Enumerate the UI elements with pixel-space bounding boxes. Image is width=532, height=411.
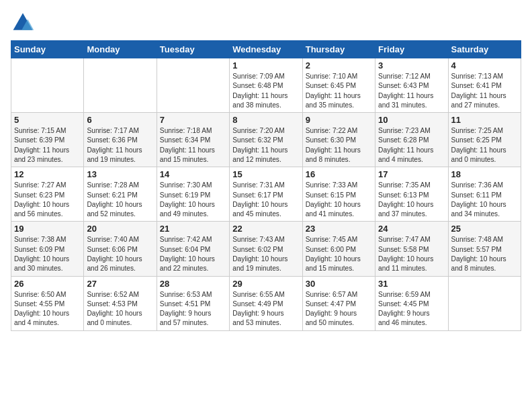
day-number: 24	[378, 224, 445, 234]
day-info: Sunrise: 7:38 AM Sunset: 6:09 PM Dayligh…	[14, 235, 81, 273]
day-info: Sunrise: 7:33 AM Sunset: 6:15 PM Dayligh…	[306, 181, 372, 219]
day-info: Sunrise: 7:09 AM Sunset: 6:48 PM Dayligh…	[232, 72, 299, 110]
day-info: Sunrise: 7:25 AM Sunset: 6:25 PM Dayligh…	[451, 126, 518, 165]
day-number: 10	[378, 115, 445, 125]
day-number: 16	[306, 169, 372, 179]
page-header	[11, 11, 521, 35]
logo-icon	[11, 11, 35, 35]
day-number: 6	[87, 115, 153, 125]
day-number: 18	[451, 169, 518, 179]
day-number: 8	[232, 115, 299, 125]
day-number: 17	[378, 169, 445, 179]
calendar-header-thursday: Thursday	[302, 41, 375, 58]
day-number: 25	[451, 224, 518, 234]
calendar-cell: 8Sunrise: 7:20 AM Sunset: 6:32 PM Daylig…	[230, 113, 302, 167]
day-info: Sunrise: 7:47 AM Sunset: 5:58 PM Dayligh…	[378, 235, 445, 273]
day-info: Sunrise: 7:35 AM Sunset: 6:13 PM Dayligh…	[378, 181, 445, 219]
calendar-cell	[157, 58, 229, 113]
calendar-cell: 18Sunrise: 7:36 AM Sunset: 6:11 PM Dayli…	[448, 167, 521, 222]
calendar-cell: 31Sunrise: 6:59 AM Sunset: 4:45 PM Dayli…	[375, 276, 448, 330]
calendar-cell: 23Sunrise: 7:45 AM Sunset: 6:00 PM Dayli…	[302, 222, 375, 276]
calendar-header-wednesday: Wednesday	[230, 41, 302, 58]
logo	[11, 11, 38, 35]
calendar-cell	[448, 276, 521, 330]
calendar-cell: 25Sunrise: 7:48 AM Sunset: 5:57 PM Dayli…	[448, 222, 521, 276]
day-number: 9	[306, 115, 372, 125]
day-info: Sunrise: 6:57 AM Sunset: 4:47 PM Dayligh…	[306, 290, 372, 328]
day-info: Sunrise: 7:43 AM Sunset: 6:02 PM Dayligh…	[232, 235, 299, 273]
calendar-cell: 3Sunrise: 7:12 AM Sunset: 6:43 PM Daylig…	[375, 58, 448, 113]
calendar-cell	[11, 58, 84, 113]
calendar-header-sunday: Sunday	[11, 41, 84, 58]
day-number: 4	[451, 60, 518, 71]
calendar-cell: 20Sunrise: 7:40 AM Sunset: 6:06 PM Dayli…	[84, 222, 157, 276]
day-info: Sunrise: 7:31 AM Sunset: 6:17 PM Dayligh…	[232, 181, 299, 219]
day-number: 19	[14, 224, 81, 234]
day-number: 2	[306, 60, 372, 71]
day-info: Sunrise: 6:55 AM Sunset: 4:49 PM Dayligh…	[232, 290, 299, 328]
day-number: 21	[160, 224, 226, 234]
day-info: Sunrise: 7:12 AM Sunset: 6:43 PM Dayligh…	[378, 72, 445, 110]
calendar-cell: 7Sunrise: 7:18 AM Sunset: 6:34 PM Daylig…	[157, 113, 229, 167]
calendar-cell: 28Sunrise: 6:53 AM Sunset: 4:51 PM Dayli…	[157, 276, 229, 330]
calendar-week-row: 1Sunrise: 7:09 AM Sunset: 6:48 PM Daylig…	[11, 58, 521, 113]
calendar-cell: 26Sunrise: 6:50 AM Sunset: 4:55 PM Dayli…	[11, 276, 84, 330]
day-info: Sunrise: 6:50 AM Sunset: 4:55 PM Dayligh…	[14, 290, 81, 328]
calendar-cell: 6Sunrise: 7:17 AM Sunset: 6:36 PM Daylig…	[84, 113, 157, 167]
day-info: Sunrise: 7:18 AM Sunset: 6:34 PM Dayligh…	[160, 126, 226, 165]
day-number: 22	[232, 224, 299, 234]
calendar-cell: 5Sunrise: 7:15 AM Sunset: 6:39 PM Daylig…	[11, 113, 84, 167]
calendar-header-saturday: Saturday	[448, 41, 521, 58]
day-info: Sunrise: 7:23 AM Sunset: 6:28 PM Dayligh…	[378, 126, 445, 165]
calendar-header-monday: Monday	[84, 41, 157, 58]
calendar: SundayMondayTuesdayWednesdayThursdayFrid…	[11, 40, 521, 331]
day-info: Sunrise: 6:53 AM Sunset: 4:51 PM Dayligh…	[160, 290, 226, 328]
day-number: 14	[160, 169, 226, 179]
day-info: Sunrise: 7:42 AM Sunset: 6:04 PM Dayligh…	[160, 235, 226, 273]
day-info: Sunrise: 7:40 AM Sunset: 6:06 PM Dayligh…	[87, 235, 153, 273]
calendar-cell: 10Sunrise: 7:23 AM Sunset: 6:28 PM Dayli…	[375, 113, 448, 167]
calendar-cell	[84, 58, 157, 113]
day-info: Sunrise: 6:59 AM Sunset: 4:45 PM Dayligh…	[378, 290, 445, 328]
calendar-cell: 16Sunrise: 7:33 AM Sunset: 6:15 PM Dayli…	[302, 167, 375, 222]
day-info: Sunrise: 7:45 AM Sunset: 6:00 PM Dayligh…	[306, 235, 372, 273]
calendar-week-row: 19Sunrise: 7:38 AM Sunset: 6:09 PM Dayli…	[11, 222, 521, 276]
calendar-cell: 27Sunrise: 6:52 AM Sunset: 4:53 PM Dayli…	[84, 276, 157, 330]
day-info: Sunrise: 7:20 AM Sunset: 6:32 PM Dayligh…	[232, 126, 299, 165]
calendar-cell: 9Sunrise: 7:22 AM Sunset: 6:30 PM Daylig…	[302, 113, 375, 167]
calendar-cell: 13Sunrise: 7:28 AM Sunset: 6:21 PM Dayli…	[84, 167, 157, 222]
day-info: Sunrise: 7:30 AM Sunset: 6:19 PM Dayligh…	[160, 181, 226, 219]
calendar-cell: 2Sunrise: 7:10 AM Sunset: 6:45 PM Daylig…	[302, 58, 375, 113]
calendar-cell: 14Sunrise: 7:30 AM Sunset: 6:19 PM Dayli…	[157, 167, 229, 222]
day-number: 1	[232, 60, 299, 71]
day-number: 20	[87, 224, 153, 234]
day-info: Sunrise: 6:52 AM Sunset: 4:53 PM Dayligh…	[87, 290, 153, 328]
calendar-cell: 19Sunrise: 7:38 AM Sunset: 6:09 PM Dayli…	[11, 222, 84, 276]
calendar-header-tuesday: Tuesday	[157, 41, 229, 58]
day-number: 23	[306, 224, 372, 234]
day-info: Sunrise: 7:27 AM Sunset: 6:23 PM Dayligh…	[14, 181, 81, 219]
day-number: 27	[87, 279, 153, 289]
calendar-cell: 29Sunrise: 6:55 AM Sunset: 4:49 PM Dayli…	[230, 276, 302, 330]
day-info: Sunrise: 7:10 AM Sunset: 6:45 PM Dayligh…	[306, 72, 372, 110]
calendar-cell: 11Sunrise: 7:25 AM Sunset: 6:25 PM Dayli…	[448, 113, 521, 167]
day-info: Sunrise: 7:15 AM Sunset: 6:39 PM Dayligh…	[14, 126, 81, 165]
calendar-cell: 30Sunrise: 6:57 AM Sunset: 4:47 PM Dayli…	[302, 276, 375, 330]
calendar-cell: 21Sunrise: 7:42 AM Sunset: 6:04 PM Dayli…	[157, 222, 229, 276]
day-info: Sunrise: 7:48 AM Sunset: 5:57 PM Dayligh…	[451, 235, 518, 273]
calendar-week-row: 5Sunrise: 7:15 AM Sunset: 6:39 PM Daylig…	[11, 113, 521, 167]
day-info: Sunrise: 7:36 AM Sunset: 6:11 PM Dayligh…	[451, 181, 518, 219]
day-number: 7	[160, 115, 226, 125]
day-info: Sunrise: 7:28 AM Sunset: 6:21 PM Dayligh…	[87, 181, 153, 219]
calendar-header-friday: Friday	[375, 41, 448, 58]
calendar-cell: 12Sunrise: 7:27 AM Sunset: 6:23 PM Dayli…	[11, 167, 84, 222]
calendar-cell: 22Sunrise: 7:43 AM Sunset: 6:02 PM Dayli…	[230, 222, 302, 276]
calendar-cell: 4Sunrise: 7:13 AM Sunset: 6:41 PM Daylig…	[448, 58, 521, 113]
calendar-header-row: SundayMondayTuesdayWednesdayThursdayFrid…	[11, 41, 521, 58]
calendar-week-row: 26Sunrise: 6:50 AM Sunset: 4:55 PM Dayli…	[11, 276, 521, 330]
day-info: Sunrise: 7:13 AM Sunset: 6:41 PM Dayligh…	[451, 72, 518, 110]
calendar-cell: 15Sunrise: 7:31 AM Sunset: 6:17 PM Dayli…	[230, 167, 302, 222]
day-number: 31	[378, 279, 445, 289]
day-number: 28	[160, 279, 226, 289]
day-number: 30	[306, 279, 372, 289]
